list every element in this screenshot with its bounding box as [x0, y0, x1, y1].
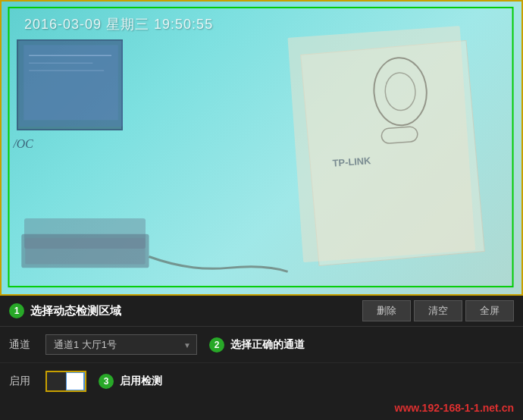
channel-label: 通道: [9, 338, 33, 352]
svg-rect-7: [25, 238, 145, 265]
enable-row: 启用 3 启用检测: [0, 363, 523, 400]
step3-text: 启用检测: [120, 375, 162, 388]
channel-row: 通道 通道1 大厅1号 通道2 大厅2号 通道3 大厅3号 ▼ 2 选择正确的通…: [0, 327, 523, 363]
step1-text: 选择动态检测区域: [30, 304, 121, 318]
svg-text:/OC: /OC: [12, 137, 33, 150]
svg-rect-1: [23, 45, 118, 120]
channel-select[interactable]: 通道1 大厅1号 通道2 大厅2号 通道3 大厅3号: [45, 334, 197, 355]
website-text: www.192-168-1-1.net.cn: [395, 402, 514, 414]
channel-select-wrapper: 通道1 大厅1号 通道2 大厅2号 通道3 大厅3号 ▼: [45, 334, 197, 355]
step3-label: 3 启用检测: [99, 374, 162, 389]
video-scene-overlay: /OC TP-LINK: [2, 2, 521, 294]
toggle-knob: [67, 373, 83, 390]
step3-badge: 3: [99, 374, 114, 389]
step1-row: 1 选择动态检测区域 删除 清空 全屏: [0, 296, 523, 327]
step2-label: 2 选择正确的通道: [209, 337, 305, 353]
enable-toggle[interactable]: [45, 371, 86, 392]
svg-rect-8: [287, 26, 475, 262]
clear-button[interactable]: 清空: [414, 300, 462, 321]
step2-badge: 2: [209, 337, 224, 353]
step1-label: 1 选择动态检测区域: [9, 303, 121, 318]
delete-button[interactable]: 删除: [362, 300, 411, 321]
step1-badge: 1: [9, 303, 24, 318]
enable-label: 启用: [9, 375, 33, 388]
controls-panel: 1 选择动态检测区域 删除 清空 全屏 通道 通道1 大厅1号 通道2 大厅2号…: [0, 296, 523, 420]
fullscreen-button[interactable]: 全屏: [465, 300, 514, 321]
step1-buttons: 删除 清空 全屏: [362, 300, 514, 321]
video-feed: /OC TP-LINK 2016-03-09 星期三 19:50:55: [0, 0, 523, 296]
step2-text: 选择正确的通道: [230, 338, 305, 352]
video-timestamp: 2016-03-09 星期三 19:50:55: [24, 15, 213, 33]
